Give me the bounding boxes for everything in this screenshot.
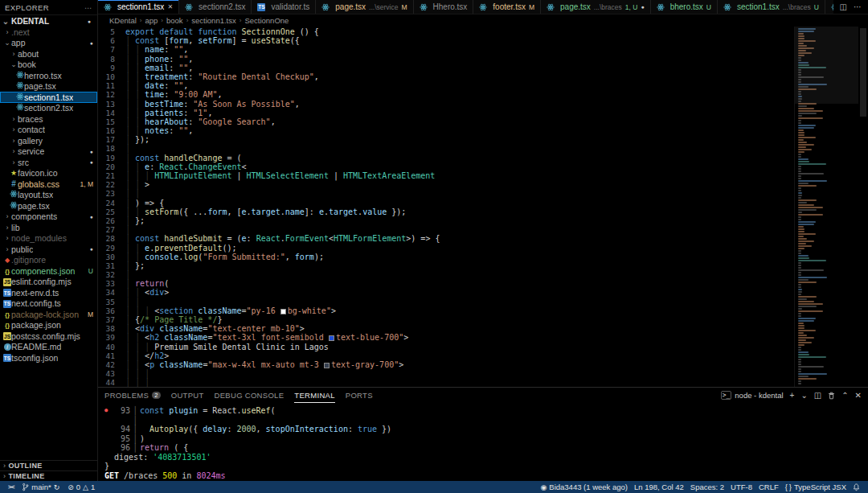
breadcrumb[interactable]: KDental›app›book›sectionn1.tsx›SectionnO…: [98, 14, 868, 27]
tree-item-src[interactable]: ›src●: [0, 157, 97, 168]
tree-item-postcss.config.mjs[interactable]: JSpostcss.config.mjs: [0, 331, 97, 342]
code-line-37: 37│ {/* Page Title */}: [98, 315, 794, 324]
more-actions-icon[interactable]: ⋯: [854, 2, 862, 11]
tree-item-.next[interactable]: ›.next: [0, 27, 97, 38]
tree-item-sectionn1.tsx[interactable]: sectionn1.tsx: [0, 92, 97, 103]
encoding-setting[interactable]: UTF-8: [727, 481, 755, 493]
git-branch[interactable]: main* ↻: [18, 481, 63, 493]
timeline-section[interactable]: › TIMELINE: [0, 470, 97, 481]
language-mode[interactable]: { } TypeScript JSX: [782, 481, 850, 493]
tree-item-globals.css[interactable]: #globals.css1, M: [0, 179, 97, 190]
tab-page.tsx-3[interactable]: page.tsx...\serviceM: [316, 0, 413, 14]
tree-item-sectionn2.tsx[interactable]: sectionn2.tsx: [0, 103, 97, 114]
tree-item-contact[interactable]: ›contact: [0, 125, 97, 136]
indentation-setting[interactable]: Spaces: 2: [687, 481, 727, 493]
close-icon[interactable]: ✕: [167, 3, 173, 10]
close-panel-icon[interactable]: ✕: [855, 391, 862, 400]
kill-terminal-icon[interactable]: [828, 392, 835, 400]
tree-item-layout.tsx[interactable]: layout.tsx: [0, 190, 97, 201]
code-line-20: 20│ │ e: React.ChangeEvent<: [98, 162, 794, 171]
code-line-7: 7│ │ name: "",: [98, 45, 794, 54]
tree-item-page.tsx[interactable]: page.tsx: [0, 81, 97, 92]
tree-item-components[interactable]: ›components●: [0, 212, 97, 223]
tab-question.tsx-9[interactable]: question.tsxU●: [825, 0, 833, 14]
commit-icon: ◉: [540, 483, 547, 491]
code-line-43: 43│ │ │: [98, 369, 794, 378]
tree-item-braces[interactable]: ›braces: [0, 113, 97, 125]
eol-setting[interactable]: CRLF: [755, 481, 782, 493]
react-file-icon: [10, 190, 18, 198]
outline-section[interactable]: › OUTLINE: [0, 460, 97, 470]
error-icon: ⊘: [68, 483, 74, 491]
split-editor-icon[interactable]: ◫: [840, 2, 847, 11]
tree-item-README.md[interactable]: iREADME.md: [0, 342, 97, 353]
tree-item-package.json[interactable]: {}package.json: [0, 320, 97, 331]
tree-item-about[interactable]: ›about: [0, 48, 97, 60]
tree-item-next-env.d.ts[interactable]: TSnext-env.d.ts: [0, 287, 97, 298]
notifications-bell[interactable]: [850, 481, 863, 493]
tree-item-service[interactable]: ›service●: [0, 146, 97, 158]
tree-item-eslint.config.mjs[interactable]: JSeslint.config.mjs: [0, 277, 97, 288]
new-terminal-icon[interactable]: +: [790, 391, 795, 400]
breadcrumb-item-SectionnOne[interactable]: SectionnOne: [244, 16, 289, 25]
bell-icon: [853, 483, 860, 491]
breadcrumb-item-KDental[interactable]: KDental: [109, 16, 137, 25]
explorer-section-kdental[interactable]: ⌄ KDENTAL ●: [0, 14, 97, 27]
react-file-icon: [547, 3, 555, 11]
maximize-panel-icon[interactable]: ⌃: [841, 391, 848, 400]
minimap[interactable]: [794, 27, 858, 387]
tree-item-next.config.ts[interactable]: TSnext.config.ts: [0, 298, 97, 310]
panel-tab-ports[interactable]: PORTS: [346, 388, 373, 403]
tree-item-.gitignore[interactable]: ◆.gitignore: [0, 255, 97, 266]
tree-item-package-lock.json[interactable]: {}package-lock.jsonM: [0, 309, 97, 320]
tab-page.tsx-6[interactable]: page.tsx...\braces1, U●: [541, 0, 651, 14]
tab-sectionn2.tsx-1[interactable]: sectionn2.tsx: [179, 0, 252, 14]
tree-item-gallery[interactable]: ›gallery: [0, 135, 97, 146]
code-line-14: 14│ │ patients: "1",: [98, 109, 794, 117]
tree-item-lib[interactable]: ›lib: [0, 222, 97, 233]
panel-tab-output[interactable]: OUTPUT: [171, 388, 204, 403]
code-line-12: 12│ │ time: "9:00 AM",: [98, 90, 794, 99]
tab-validator.ts-2[interactable]: TSvalidator.ts: [252, 0, 316, 14]
tab-strip: sectionn1.tsx✕sectionn2.tsxTSvalidator.t…: [98, 0, 833, 14]
panel-tab-debug-console[interactable]: DEBUG CONSOLE: [215, 388, 285, 403]
tree-item-components.json[interactable]: {}components.jsonU: [0, 265, 97, 277]
cursor-position[interactable]: Ln 198, Col 42: [631, 481, 687, 493]
tab-bhero.tsx-7[interactable]: bhero.tsxU: [651, 0, 718, 14]
tree-item-public[interactable]: ›public●: [0, 244, 97, 255]
tree-item-favicon.ico[interactable]: ★favicon.ico: [0, 168, 97, 179]
tab-sectionn1.tsx-0[interactable]: sectionn1.tsx✕: [98, 0, 179, 14]
remote-indicator[interactable]: ><: [5, 481, 17, 493]
react-file-icon: [657, 3, 665, 11]
editor-scrollbar[interactable]: [858, 27, 868, 387]
tree-item-book[interactable]: ⌄book: [0, 60, 97, 71]
code-line-25: 25│ │ setForm({ ...form, [e.target.name]…: [98, 207, 794, 216]
panel-tab-terminal[interactable]: TERMINAL: [294, 388, 334, 403]
minimap-slider[interactable]: [795, 27, 858, 104]
tree-item-tsconfig.json[interactable]: TStsconfig.json: [0, 352, 97, 364]
code-line-28: 28│ const handleSubmit = (e: React.FormE…: [98, 234, 794, 243]
tab-footer.tsx-5[interactable]: footer.tsxM: [473, 0, 541, 14]
editor[interactable]: 5export default function SectionnOne () …: [98, 27, 794, 387]
tree-item-app[interactable]: ⌄app●: [0, 38, 97, 49]
tree-item-page.tsx[interactable]: page.tsx: [0, 200, 97, 212]
breadcrumb-item-app[interactable]: app: [145, 16, 158, 25]
tree-item-node_modules[interactable]: ›node_modules: [0, 233, 97, 244]
git-blame-author[interactable]: ◉ Bida3443 (1 week ago): [537, 481, 631, 493]
tab-Hhero.tsx-4[interactable]: Hhero.tsx: [414, 0, 474, 14]
panel-tab-problems[interactable]: PROBLEMS2: [104, 388, 161, 403]
breadcrumb-item-sectionn1.tsx[interactable]: sectionn1.tsx: [191, 16, 235, 25]
split-terminal-icon[interactable]: ◫: [814, 391, 821, 400]
tab-section1.tsx-8[interactable]: section1.tsx...\bracesU: [718, 0, 825, 14]
breadcrumb-item-book[interactable]: book: [166, 16, 183, 25]
explorer-more-icon[interactable]: ⋯: [84, 3, 92, 12]
terminal-output[interactable]: ●93│const plugin = React.useRef(│94│ Aut…: [98, 403, 868, 481]
react-file-icon: [479, 3, 487, 11]
error-count: 0: [76, 483, 80, 491]
chevron-down-icon[interactable]: ⌄: [800, 391, 807, 400]
ts-file-icon: TS: [257, 3, 265, 11]
code-line-35: 35│ │: [98, 298, 794, 306]
problems-indicator[interactable]: ⊘ 0 △ 1: [64, 481, 98, 493]
tree-item-herroo.tsx[interactable]: herroo.tsx: [0, 70, 97, 81]
terminal-profile-select[interactable]: >_ node - kdental: [721, 391, 784, 400]
